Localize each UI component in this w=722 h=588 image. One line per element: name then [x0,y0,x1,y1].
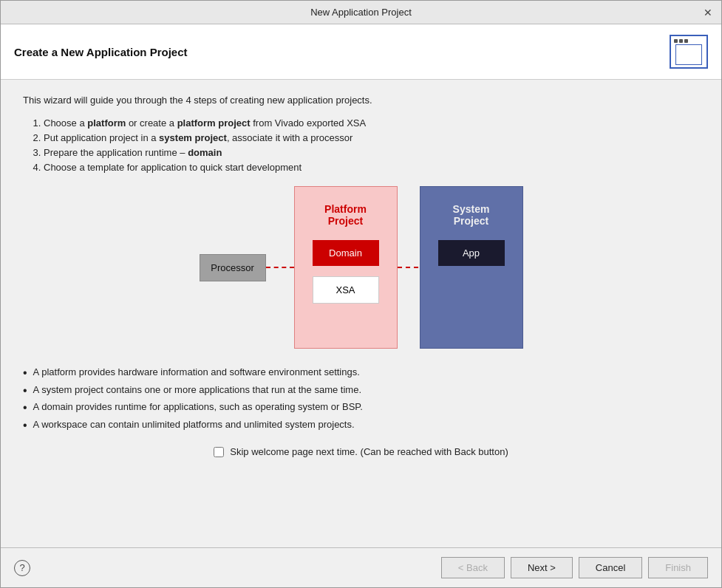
connector-left [266,267,294,268]
step-2: Put application project in a system proj… [44,132,699,143]
bullet-1: • A platform provides hardware informati… [23,366,699,380]
cancel-button[interactable]: Cancel [579,557,642,578]
dashed-line-2 [398,267,418,268]
system-project-title: SystemProject [453,203,490,227]
header-icon-dots [674,39,688,43]
bullet-dot-2: • [23,384,27,397]
processor-box: Processor [200,254,266,281]
xsa-box: XSA [313,276,379,304]
checkbox-label[interactable]: Skip welcome page next time. (Can be rea… [230,446,508,457]
skip-welcome-checkbox[interactable] [214,447,224,457]
platform-project-title: PlatformProject [324,203,367,227]
dot3 [684,39,688,43]
bullet-text-3: A domain provides runtime for applicatio… [33,401,363,412]
step-1: Choose a platform or create a platform p… [44,117,699,129]
header-icon-inner [675,44,702,65]
xsa-label: XSA [336,284,355,295]
intro-text: This wizard will guide you through the 4… [23,95,699,106]
processor-label: Processor [211,262,254,273]
next-button[interactable]: Next > [511,557,573,578]
close-button[interactable]: ✕ [701,5,715,20]
checkbox-row: Skip welcome page next time. (Can be rea… [23,446,699,457]
domain-label: Domain [329,247,362,259]
header-section: Create a New Application Project [1,24,721,80]
footer: ? < Back Next > Cancel Finish [1,547,721,587]
bullet-section: • A platform provides hardware informati… [23,366,699,431]
connector-right [398,267,418,268]
step-4: Choose a template for application to qui… [44,162,699,173]
footer-left: ? [14,560,30,576]
bullet-4: • A workspace can contain unlimited plat… [23,419,699,432]
main-window: New Application Project ✕ Create a New A… [0,0,722,588]
dashed-line-1 [266,267,294,268]
domain-box: Domain [313,240,379,266]
steps-list: Choose a platform or create a platform p… [44,117,699,173]
bullet-2: • A system project contains one or more … [23,384,699,397]
bullet-3: • A domain provides runtime for applicat… [23,401,699,414]
window-title: New Application Project [21,7,701,18]
bullet-dot-3: • [23,401,27,414]
dot2 [679,39,683,43]
dot1 [674,39,678,43]
step-3: Prepare the application runtime – domain [44,147,699,158]
page-title: Create a New Application Project [14,46,188,58]
header-icon [670,35,708,69]
bullet-text-2: A system project contains one or more ap… [33,384,361,395]
system-project-box: SystemProject App [420,186,523,349]
diagram-area: Processor PlatformProject Domain XSA [23,186,699,349]
bullet-dot-4: • [23,419,27,432]
help-button[interactable]: ? [14,560,30,576]
title-bar: New Application Project ✕ [1,1,721,24]
content-area: This wizard will guide you through the 4… [1,80,721,547]
bullet-dot-1: • [23,366,27,380]
footer-buttons: < Back Next > Cancel Finish [441,557,708,578]
help-icon-label: ? [19,562,24,573]
app-label: App [463,247,480,259]
platform-project-box: PlatformProject Domain XSA [294,186,398,349]
app-box: App [438,240,505,266]
bullet-text-1: A platform provides hardware information… [33,366,360,377]
back-button[interactable]: < Back [441,557,505,578]
finish-button[interactable]: Finish [648,557,708,578]
bullet-text-4: A workspace can contain unlimited platfo… [33,419,355,430]
